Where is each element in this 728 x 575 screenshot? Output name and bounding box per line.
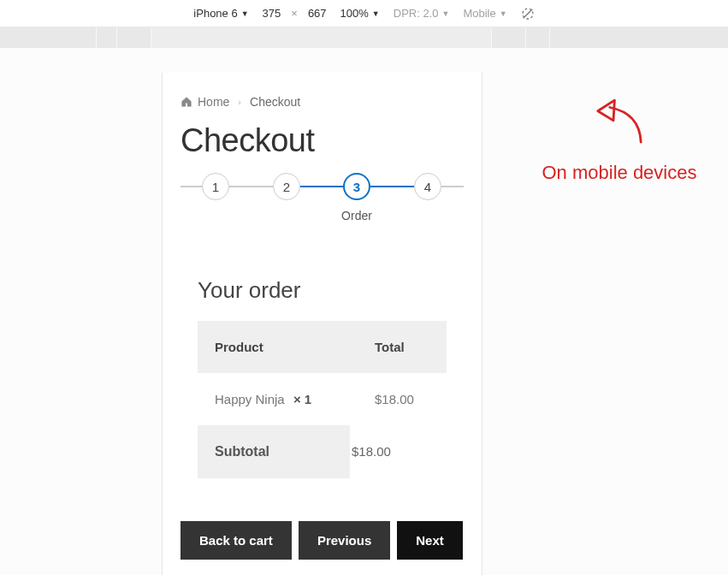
annotation-text: On mobile devices bbox=[508, 162, 728, 184]
caret-down-icon: ▼ bbox=[241, 9, 249, 18]
step-2[interactable]: 2 bbox=[273, 173, 300, 200]
throttle-value: Mobile bbox=[463, 7, 495, 20]
dpr-select[interactable]: DPR: 2.0 ▼ bbox=[394, 7, 450, 20]
height-value: 667 bbox=[308, 7, 327, 20]
throttle-select[interactable]: Mobile ▼ bbox=[463, 7, 506, 20]
step-3[interactable]: 3 bbox=[343, 173, 370, 200]
next-button[interactable]: Next bbox=[397, 521, 463, 560]
responsive-ruler bbox=[0, 27, 728, 48]
breadcrumb-home[interactable]: Home bbox=[181, 95, 229, 109]
preview-canvas: Home › Checkout Checkout 1 2 3 4 Order Y… bbox=[0, 48, 728, 575]
step-4[interactable]: 4 bbox=[414, 173, 441, 200]
caret-down-icon: ▼ bbox=[372, 9, 380, 18]
breadcrumb-home-label: Home bbox=[198, 95, 229, 109]
home-icon bbox=[181, 96, 192, 108]
previous-button[interactable]: Previous bbox=[299, 521, 390, 560]
step-2-num: 2 bbox=[283, 180, 290, 194]
active-step-label: Order bbox=[333, 209, 381, 222]
dimensions[interactable]: 375 × 667 bbox=[263, 7, 327, 20]
svg-line-1 bbox=[523, 9, 532, 18]
device-viewport: Home › Checkout Checkout 1 2 3 4 Order Y… bbox=[162, 73, 482, 575]
device-name: iPhone 6 bbox=[193, 7, 237, 20]
zoom-value: 100% bbox=[340, 7, 369, 20]
order-heading: Your order bbox=[181, 277, 464, 304]
dpr-value: DPR: 2.0 bbox=[394, 7, 439, 20]
device-select[interactable]: iPhone 6 ▼ bbox=[193, 7, 248, 20]
caret-down-icon: ▼ bbox=[500, 9, 507, 18]
width-value: 375 bbox=[263, 7, 281, 20]
zoom-select[interactable]: 100% ▼ bbox=[340, 7, 380, 20]
chevron-right-icon: › bbox=[238, 97, 241, 107]
rotate-icon[interactable] bbox=[521, 7, 535, 21]
caret-down-icon: ▼ bbox=[442, 9, 450, 18]
annotation: On mobile devices bbox=[508, 95, 728, 184]
order-item-row: Happy Ninja × 1 $18.00 bbox=[198, 373, 447, 425]
devtools-bar: iPhone 6 ▼ 375 × 667 100% ▼ DPR: 2.0 ▼ M… bbox=[0, 0, 728, 27]
subtotal-label: Subtotal bbox=[198, 425, 350, 478]
checkout-stepper: 1 2 3 4 bbox=[181, 173, 464, 200]
step-1[interactable]: 1 bbox=[202, 173, 229, 200]
col-product: Product bbox=[198, 321, 373, 373]
checkout-nav-buttons: Back to cart Previous Next bbox=[181, 521, 464, 560]
subtotal-row: Subtotal $18.00 bbox=[198, 425, 447, 478]
step-1-num: 1 bbox=[212, 180, 219, 194]
order-table: Product Total Happy Ninja × 1 $18.00 Sub… bbox=[198, 321, 447, 478]
dim-sep: × bbox=[291, 7, 298, 20]
step-4-num: 4 bbox=[424, 180, 431, 194]
item-qty: × 1 bbox=[293, 392, 311, 406]
subtotal-value: $18.00 bbox=[350, 425, 447, 478]
item-total: $18.00 bbox=[373, 373, 447, 425]
breadcrumb: Home › Checkout bbox=[181, 73, 464, 122]
order-header-row: Product Total bbox=[198, 321, 447, 373]
curved-arrow-icon bbox=[589, 95, 649, 150]
order-item-cell: Happy Ninja × 1 bbox=[198, 373, 373, 425]
col-total: Total bbox=[373, 321, 447, 373]
page-title: Checkout bbox=[181, 122, 464, 159]
breadcrumb-current: Checkout bbox=[250, 95, 300, 109]
item-name: Happy Ninja bbox=[215, 392, 285, 406]
back-to-cart-button[interactable]: Back to cart bbox=[181, 521, 292, 560]
step-3-num: 3 bbox=[353, 180, 360, 194]
